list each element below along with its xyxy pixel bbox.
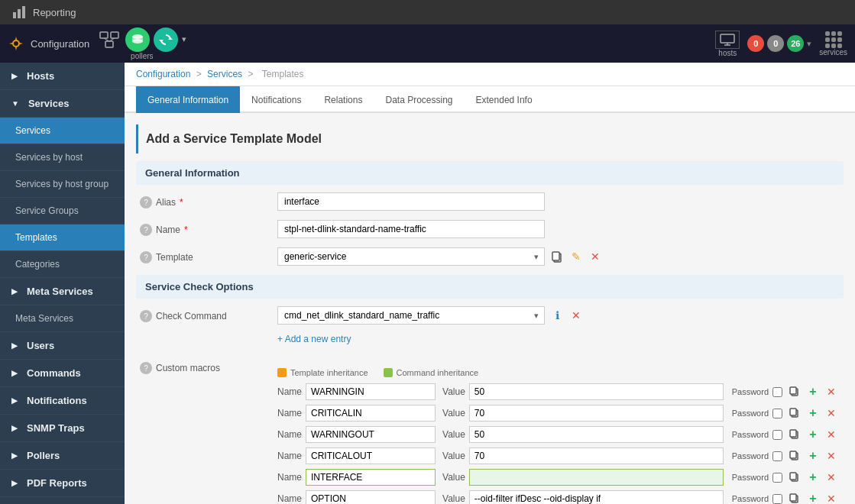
badge-green[interactable]: 26 (787, 35, 804, 52)
breadcrumb-services[interactable]: Services (207, 69, 242, 79)
sidebar-item-services-parent[interactable]: ▼ Services (0, 90, 125, 118)
macro-actions-4: + ✕ (786, 469, 840, 486)
macro-copy-btn-0[interactable] (786, 383, 803, 400)
check-command-delete-btn[interactable]: ✕ (568, 307, 585, 324)
sidebar-item-meta-services-sub[interactable]: Meta Services (0, 305, 125, 332)
macro-name-input-2[interactable] (306, 426, 436, 443)
sidebar-item-services-by-host-group[interactable]: Services by host group (0, 171, 125, 198)
pollers-label: pollers (131, 52, 153, 60)
pollers-item[interactable]: ▾ pollers (97, 27, 186, 60)
macro-value-input-0[interactable] (469, 383, 724, 400)
macro-value-input-3[interactable] (469, 447, 724, 464)
template-select[interactable]: generic-service (277, 247, 545, 266)
topbar: Configuration ▾ pollers (0, 24, 855, 63)
macro-copy-btn-4[interactable] (786, 469, 803, 486)
macro-delete-btn-5[interactable]: ✕ (823, 490, 840, 504)
dropdown-arrow-pollers[interactable]: ▾ (182, 34, 186, 44)
name-help-icon[interactable]: ? (140, 224, 152, 236)
macro-delete-btn-0[interactable]: ✕ (823, 383, 840, 400)
reporting-bar[interactable]: Reporting (0, 0, 855, 24)
template-delete-btn[interactable]: ✕ (587, 248, 604, 265)
macro-value-input-5[interactable] (469, 490, 724, 504)
macro-value-input-2[interactable] (469, 426, 724, 443)
template-edit-btn[interactable]: ✎ (568, 248, 585, 265)
template-help-icon[interactable]: ? (140, 251, 152, 263)
services-top[interactable]: services (819, 31, 847, 57)
refresh-icon (154, 27, 178, 52)
macro-add-btn-1[interactable]: + (805, 405, 821, 422)
password-checkbox-1[interactable] (772, 409, 782, 418)
configuration-menu[interactable]: Configuration (8, 35, 89, 52)
tab-data-processing[interactable]: Data Processing (374, 86, 464, 113)
sidebar-item-meta-services-parent[interactable]: ▶ Meta Services (0, 278, 125, 305)
macro-copy-btn-5[interactable] (786, 490, 803, 504)
macro-copy-btn-2[interactable] (786, 426, 803, 443)
macro-name-label-3: Name (277, 451, 302, 461)
sidebar-item-service-groups[interactable]: Service Groups (0, 198, 125, 225)
badge-red[interactable]: 0 (747, 35, 764, 52)
macro-add-btn-2[interactable]: + (805, 426, 821, 443)
sidebar-item-templates[interactable]: Templates (0, 225, 125, 251)
add-entry-link[interactable]: + Add a new entry (277, 334, 351, 344)
sidebar-item-pdf-reports[interactable]: ▶ PDF Reports (0, 470, 125, 497)
template-row: ? Template generic-service ✎ ✕ (136, 247, 844, 266)
password-checkbox-2[interactable] (772, 430, 782, 440)
custom-macros-help-icon[interactable]: ? (140, 362, 152, 374)
password-checkbox-3[interactable] (772, 451, 782, 461)
template-copy-btn[interactable] (549, 248, 565, 265)
macro-name-input-1[interactable] (306, 405, 436, 422)
badge-gray[interactable]: 0 (767, 35, 784, 52)
macro-delete-btn-4[interactable]: ✕ (823, 469, 840, 486)
alias-row: ? Alias * (136, 192, 844, 211)
macro-delete-btn-1[interactable]: ✕ (823, 405, 840, 422)
macro-add-btn-0[interactable]: + (805, 383, 821, 400)
sidebar-item-services-by-host[interactable]: Services by host (0, 144, 125, 171)
sidebar-service-groups-label: Service Groups (15, 205, 79, 216)
password-checkbox-5[interactable] (772, 494, 782, 504)
check-command-select[interactable]: cmd_net_dlink_standard_name_traffic (277, 306, 545, 325)
sidebar-item-users[interactable]: ▶ Users (0, 332, 125, 360)
macro-copy-btn-1[interactable] (786, 405, 803, 422)
hosts-status[interactable]: hosts (715, 31, 740, 57)
sidebar-item-pollers[interactable]: ▶ Pollers (0, 442, 125, 470)
dropdown-arrow-badges[interactable]: ▾ (807, 39, 811, 49)
macro-value-input-4[interactable] (469, 469, 724, 486)
macro-add-btn-5[interactable]: + (805, 490, 821, 504)
check-command-info-btn[interactable]: ℹ (549, 307, 565, 324)
macro-name-input-0[interactable] (306, 383, 436, 400)
sidebar-services-parent-label: Services (28, 98, 70, 109)
sidebar-item-services-sub[interactable]: Services (0, 118, 125, 144)
sidebar-item-snmp-traps[interactable]: ▶ SNMP Traps (0, 415, 125, 442)
check-command-help-icon[interactable]: ? (140, 310, 152, 322)
alias-help-icon[interactable]: ? (140, 196, 152, 208)
sidebar-item-hosts[interactable]: ▶ Hosts (0, 63, 125, 90)
macro-name-input-5[interactable] (306, 490, 436, 504)
macro-delete-btn-2[interactable]: ✕ (823, 426, 840, 443)
tab-general-information[interactable]: General Information (136, 86, 240, 113)
services-top-label: services (819, 48, 847, 57)
tab-relations[interactable]: Relations (313, 86, 374, 113)
svg-rect-18 (552, 252, 559, 260)
password-checkbox-4[interactable] (772, 473, 782, 483)
macro-value-label-0: Value (442, 386, 465, 397)
tab-notifications[interactable]: Notifications (240, 86, 313, 113)
alias-input[interactable] (277, 192, 545, 211)
meta-services-parent-chevron: ▶ (11, 287, 18, 296)
tab-extended-info[interactable]: Extended Info (465, 86, 544, 113)
macro-value-input-1[interactable] (469, 405, 724, 422)
macro-delete-btn-3[interactable]: ✕ (823, 447, 840, 464)
sidebar-item-notifications[interactable]: ▶ Notifications (0, 387, 125, 415)
breadcrumb-configuration[interactable]: Configuration (136, 69, 190, 79)
macro-name-input-3[interactable] (306, 447, 436, 464)
password-checkbox-0[interactable] (772, 387, 782, 397)
configuration-section: Configuration (8, 35, 89, 52)
macro-name-input-4[interactable] (306, 469, 436, 486)
sidebar-item-categories[interactable]: Categories (0, 251, 125, 278)
macro-add-btn-4[interactable]: + (805, 469, 821, 486)
name-input[interactable] (277, 220, 545, 238)
template-select-wrapper: generic-service (277, 247, 545, 266)
sidebar-item-commands[interactable]: ▶ Commands (0, 360, 125, 387)
macro-copy-btn-3[interactable] (786, 447, 803, 464)
sidebar-services-sub-label: Services (15, 125, 50, 136)
macro-add-btn-3[interactable]: + (805, 447, 821, 464)
